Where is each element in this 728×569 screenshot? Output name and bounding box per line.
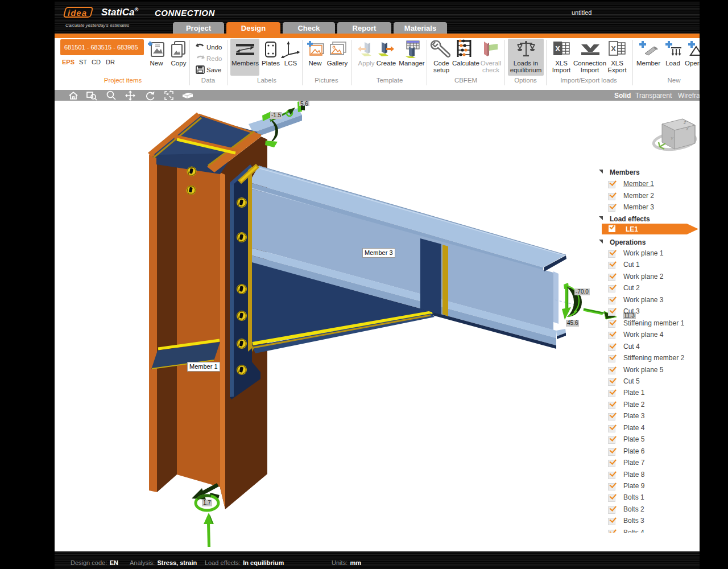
svg-text:X: X — [611, 44, 616, 53]
svg-text:X: X — [555, 44, 560, 53]
